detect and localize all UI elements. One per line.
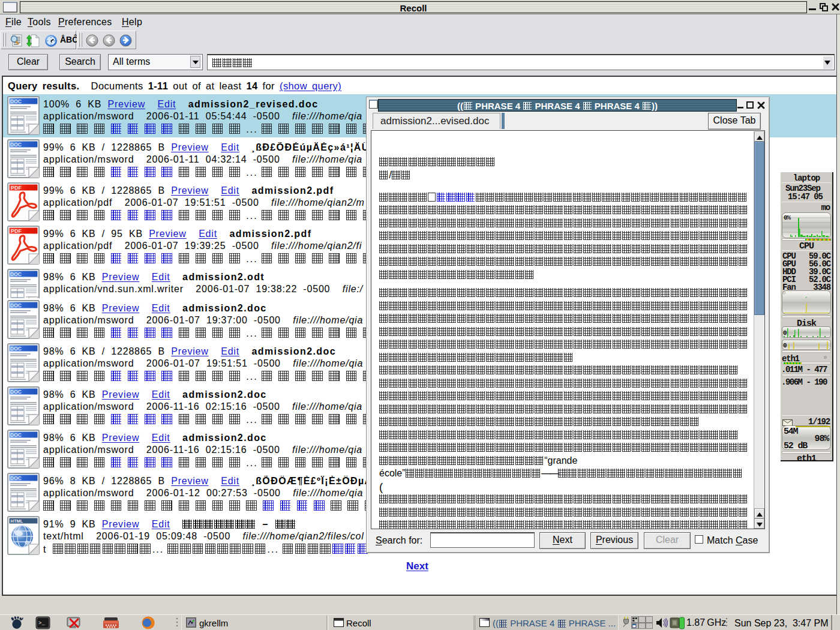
svg-text:>_: >_ xyxy=(38,620,45,626)
svg-text:0%: 0% xyxy=(784,214,791,221)
svg-text:DOC: DOC xyxy=(10,98,22,104)
svg-text:DOC: DOC xyxy=(10,271,22,277)
svg-text:DOC: DOC xyxy=(10,475,22,481)
svg-text:0: 0 xyxy=(783,342,787,349)
svg-text:PDF: PDF xyxy=(11,185,22,191)
svg-text:DOC: DOC xyxy=(10,141,22,147)
svg-text:PDF: PDF xyxy=(11,228,22,234)
svg-text:DOC: DOC xyxy=(10,345,22,351)
svg-text:DOC: DOC xyxy=(10,388,22,394)
svg-text:DOC: DOC xyxy=(10,302,22,308)
svg-text:DOC: DOC xyxy=(10,431,22,437)
svg-text:HTML: HTML xyxy=(11,518,23,523)
svg-text:0: 0 xyxy=(783,329,787,337)
